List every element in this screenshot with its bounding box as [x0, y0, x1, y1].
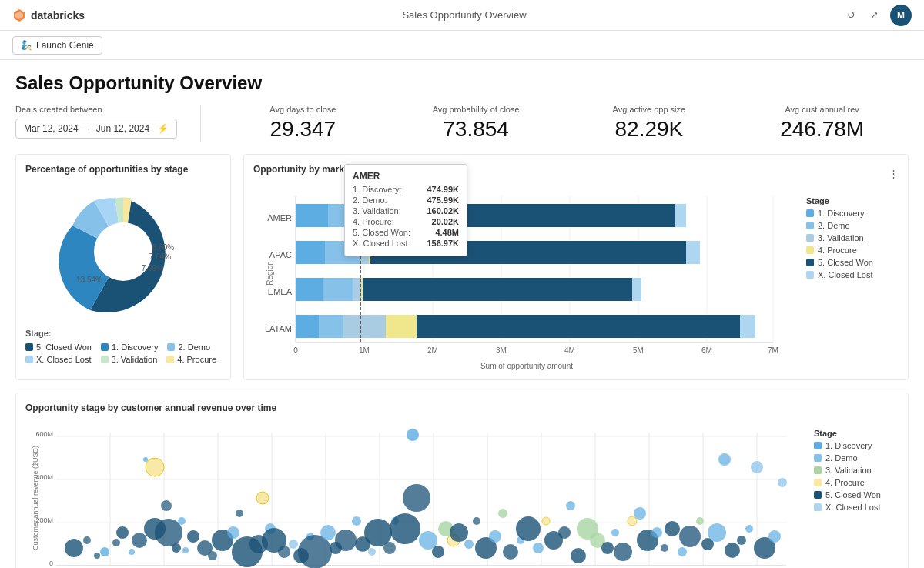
sub-nav: 🧞 Launch Genie [0, 31, 924, 60]
dot-77 [696, 517, 704, 525]
legend-demo: 2. Demo [167, 342, 210, 352]
dot-79 [708, 523, 726, 542]
scatter-chart-card: Opportunity stage by customer annual rev… [15, 393, 909, 568]
legend-label-procure: 4. Procure [177, 355, 216, 364]
lightning-icon: ⚡ [157, 123, 169, 134]
dot-11 [161, 500, 172, 511]
legend-label-demo: 2. Demo [178, 342, 210, 352]
scatter-legend-dot-discovery [814, 442, 822, 449]
scatter-legend-label-demo: 2. Demo [825, 453, 858, 463]
x-tick-7m: 7M [768, 346, 778, 355]
dot-3 [94, 553, 100, 559]
pie-container: 6.60% 7.64% 7.99% 13.54% 60.76% Stage: 5… [25, 182, 221, 364]
refresh-icon[interactable]: ↺ [844, 8, 859, 23]
dot-38 [368, 548, 376, 556]
dot-59 [542, 517, 550, 525]
apac-demo [325, 241, 360, 264]
avatar[interactable]: M [890, 5, 912, 26]
bar-chart-more-icon[interactable]: ⋮ [889, 168, 899, 179]
scatter-legend-dot-closed-lost [814, 503, 822, 511]
pie-chart-card: Percentage of opportunities by stage [15, 154, 231, 380]
dot-21 [227, 526, 239, 539]
bar-legend-label-closed-lost: X. Closed Lost [818, 270, 873, 279]
legend-procure: 4. Procure [166, 355, 216, 364]
y-label-emea: EMEA [268, 287, 293, 296]
apac-closed-lost [686, 241, 700, 264]
emea-procure [361, 278, 363, 301]
bar-legend-label-closed-won: 5. Closed Won [818, 258, 873, 267]
x-tick-1m: 1M [359, 346, 370, 355]
legend-validation: 3. Validation [101, 355, 158, 364]
scatter-legend-procure: 4. Procure [814, 478, 899, 487]
dot-6 [116, 526, 129, 539]
dot-68 [614, 543, 632, 561]
dot-28 [278, 546, 290, 558]
bar-legend-label-procure: 4. Procure [818, 246, 857, 255]
scatter-legend-dot-demo [814, 454, 822, 462]
dot-26 [256, 492, 269, 504]
dot-13 [155, 519, 182, 546]
legend-label-closed-lost: X. Closed Lost [36, 355, 92, 364]
launch-genie-button[interactable]: 🧞 Launch Genie [12, 36, 102, 55]
dot-15 [146, 458, 164, 476]
scatter-legend-closed-won: 5. Closed Won [814, 490, 899, 500]
dot-83 [745, 525, 753, 533]
scatter-legend-dot-procure [814, 479, 822, 486]
dot-45 [419, 531, 437, 550]
dot-33 [320, 525, 336, 540]
amer-demo [328, 204, 360, 227]
amer-closed-lost [675, 204, 686, 227]
dot-73 [661, 544, 668, 552]
dot-76 [679, 526, 701, 547]
dot-22 [236, 510, 243, 517]
legend-label-closed-won: 5. Closed Won [36, 342, 92, 352]
dot-46 [432, 546, 444, 558]
scatter-legend: Stage 1. Discovery 2. Demo 3. Validation… [814, 421, 899, 568]
kpi-label-0: Avg days to close [216, 105, 390, 114]
charts-row-1: Percentage of opportunities by stage [15, 154, 909, 380]
dot-36 [352, 516, 361, 526]
kpi-value-2: 82.29K [563, 117, 736, 142]
apac-procure [369, 241, 370, 264]
scatter-y-title: Customer annual revenue ($USD) [32, 446, 39, 550]
legend-dot-procure [166, 356, 174, 363]
bar-legend-label-demo: 2. Demo [818, 221, 850, 230]
emea-closed-lost [632, 278, 641, 301]
kpi-opp-size: Avg active opp size 82.29K [563, 105, 736, 142]
dot-70 [634, 507, 646, 520]
bar-chart-card: Opportunity by market region size ⋮ AMER… [243, 154, 909, 380]
dot-69 [628, 516, 637, 526]
bar-x-axis-label: Sum of opportunity amount [253, 362, 800, 370]
dot-4 [100, 547, 109, 556]
bar-legend-label-validation: 3. Validation [818, 233, 864, 242]
pie-label-demo: 7.99% [142, 264, 163, 272]
kpi-section: Deals created between Mar 12, 2024 → Jun… [15, 105, 909, 142]
pie-legend: Stage: 5. Closed Won 1. Discovery 2. Dem… [25, 329, 221, 364]
scatter-y-0: 0 [49, 560, 53, 567]
stage-label: Stage: [25, 329, 221, 338]
dot-9 [132, 533, 147, 548]
legend-dot-validation [101, 356, 109, 363]
bar-chart-svg: AMER APAC EMEA LATAM Region [253, 189, 800, 358]
y-label-apac: APAC [270, 250, 292, 259]
legend-discovery: 1. Discovery [101, 342, 159, 352]
bar-legend-validation: 3. Validation [806, 233, 899, 242]
scatter-legend-label-closed-lost: X. Closed Lost [825, 503, 881, 512]
dot-29 [289, 540, 298, 549]
expand-icon[interactable]: ⤢ [867, 8, 882, 23]
bar-legend-discovery: 1. Discovery [806, 209, 899, 218]
pie-label-closedlost: 7.64% [149, 252, 171, 261]
y-axis-title: Region [266, 261, 274, 286]
dot-53 [489, 530, 501, 543]
latam-validation [343, 315, 386, 338]
y-label-amer: AMER [267, 213, 292, 222]
amer-procure [371, 204, 373, 227]
logo-icon [12, 8, 26, 22]
dot-75 [678, 547, 687, 556]
scatter-legend-label-validation: 3. Validation [825, 466, 872, 475]
date-range-input[interactable]: Mar 12, 2024 → Jun 12, 2024 ⚡ [15, 119, 177, 139]
latam-demo [319, 315, 343, 338]
legend-label-discovery: 1. Discovery [112, 342, 159, 352]
dot-7 [129, 549, 135, 555]
bar-chart-title: Opportunity by market region size [253, 164, 403, 175]
